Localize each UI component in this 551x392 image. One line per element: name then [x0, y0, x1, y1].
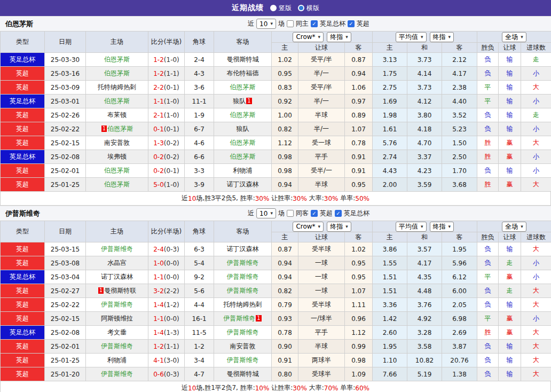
odds-home: 0.82: [272, 122, 298, 136]
result-handicap: 赢: [499, 326, 521, 340]
home-team: 1伯恩茅斯: [86, 122, 148, 136]
col-header-avg-draw: 和: [407, 232, 442, 242]
bookmaker-select[interactable]: Crow*▾: [293, 222, 324, 232]
final-index-select-1[interactable]: 终指▾: [327, 32, 351, 42]
red-card-badge: 1: [98, 287, 104, 294]
league-badge: 英超: [1, 108, 45, 122]
final-index-select-2[interactable]: 终指▾: [430, 32, 454, 42]
corner-score: 4-4: [185, 298, 214, 312]
table-row: 英超25-02-15南安普敦1-3(0-2)4-6伯恩茅斯1.12受一球0.78…: [1, 136, 551, 150]
match-date: 25-03-08: [45, 256, 86, 270]
final-index-select-2[interactable]: 终指▾: [430, 222, 454, 232]
layout-horizontal-radio[interactable]: 横版: [298, 4, 319, 13]
halftime-score: (0-3): [164, 246, 179, 253]
home-team: 伊普斯维奇: [86, 242, 148, 256]
avg-away: 2.69: [442, 326, 477, 340]
odds-away: 0.87: [345, 53, 373, 67]
league-checkbox-0[interactable]: ✓: [311, 20, 318, 27]
avg-draw: 5.19: [407, 367, 442, 381]
home-team: 伯恩茅斯: [86, 164, 148, 178]
team-label: 布伦特福德: [227, 69, 259, 77]
layout-vertical-radio[interactable]: 竖版: [270, 4, 292, 13]
corner-score: 6-6: [185, 150, 214, 164]
bookmaker-select[interactable]: Crow*▾: [293, 32, 324, 42]
halftime-score: (1-0): [164, 112, 179, 119]
radio-selected-icon[interactable]: [298, 5, 304, 11]
summary-segment: 30%: [255, 195, 270, 202]
home-team: 伊普斯维奇: [86, 340, 148, 354]
avg-away: 1.38: [442, 367, 477, 381]
result-goals: 大: [521, 284, 551, 298]
team-label: 伯恩茅斯: [104, 69, 130, 77]
summary-segment: 大率:: [307, 383, 324, 392]
avg-away: 6.00: [442, 284, 477, 298]
odds-home: 0.91: [272, 354, 298, 367]
away-team: 伊普斯维奇: [214, 326, 272, 340]
col-header-type: 类型: [1, 32, 45, 53]
halftime-score: (0-2): [164, 153, 179, 161]
odds-home: 0.95: [272, 67, 298, 81]
away-team: 利物浦: [214, 164, 272, 178]
result-goals: 大: [521, 136, 551, 150]
team-label: 曼彻斯特城: [227, 56, 259, 63]
league-checkbox-1[interactable]: ✓: [348, 20, 355, 27]
avg-away: 2.05: [442, 298, 477, 312]
summary-segment: 近: [182, 383, 188, 392]
final-index-select-1[interactable]: 终指▾: [327, 222, 351, 232]
result-winloss: 胜: [477, 136, 499, 150]
team-label: 伯恩茅斯: [104, 97, 130, 105]
table-row: 英超25-02-22伊普斯维奇1-4(1-2)4-4托特纳姆热刺0.79受半球1…: [1, 298, 551, 312]
same-venue-checkbox[interactable]: [287, 20, 294, 27]
away-team: 伊普斯维奇: [214, 270, 272, 284]
league-badge: 英足总杯: [1, 270, 45, 284]
fulltime-select[interactable]: 全场▾: [502, 222, 526, 232]
league-badge: 英超: [1, 340, 45, 354]
away-team: 曼彻斯特城: [214, 53, 272, 67]
radio-icon[interactable]: [270, 5, 277, 11]
odds-away: 1.06: [345, 81, 373, 95]
home-team: 布莱顿: [86, 108, 148, 122]
table-row: 英超25-02-221伯恩茅斯0-1(0-1)6-7狼队0.82半/一1.071…: [1, 122, 551, 136]
match-date: 25-02-22: [45, 122, 86, 136]
fulltime-select[interactable]: 全场▾: [502, 32, 526, 42]
average-select[interactable]: 平均值▾: [396, 222, 427, 232]
league-checkbox-0[interactable]: ✓: [311, 210, 318, 217]
col-header-odds-away: 客: [345, 232, 373, 242]
away-team: 伊普斯维奇: [214, 354, 272, 367]
avg-away: 1.70: [442, 164, 477, 178]
halftime-score: (1-0): [164, 181, 179, 189]
col-header-home: 主场: [86, 32, 148, 53]
chevron-down-icon: ▾: [521, 35, 523, 40]
home-team: 利物浦: [86, 354, 148, 367]
avg-away: 1.50: [442, 136, 477, 150]
avg-away: 6.12: [442, 270, 477, 284]
table-row: 英超25-02-271曼彻斯特联3-2(2-2)5-6伊普斯维奇0.82一球1.…: [1, 284, 551, 298]
table-row: 英足总杯25-02-08埃弗顿0-2(0-2)6-6伯恩茅斯0.98平手0.91…: [1, 150, 551, 164]
league-badge: 英足总杯: [1, 53, 45, 67]
odds-handicap: 受半球: [298, 242, 345, 256]
avg-home: 3.86: [373, 242, 407, 256]
result-winloss: 负: [477, 108, 499, 122]
recent-count-select[interactable]: 10 ▾: [256, 208, 276, 218]
away-team: 南安普敦: [214, 340, 272, 354]
result-winloss: 负: [477, 367, 499, 381]
recent-count-select[interactable]: 10 ▾: [256, 19, 276, 29]
league-checkbox-1[interactable]: ✓: [335, 210, 342, 217]
avg-home: 1.61: [373, 122, 407, 136]
fulltime-score: 0-2: [153, 167, 164, 175]
col-header-avg-home: 主: [373, 232, 407, 242]
league-checkbox-1-label: 英足总杯: [344, 209, 369, 218]
result-handicap: 赢: [499, 136, 521, 150]
avg-home: 1.55: [373, 256, 407, 270]
team-label: 狼队: [233, 97, 246, 105]
same-venue-checkbox[interactable]: [287, 210, 294, 217]
fulltime-score: 1-1: [153, 315, 164, 323]
avg-draw: 3.73: [407, 53, 442, 67]
result-goals: 大: [521, 242, 551, 256]
average-select[interactable]: 平均值▾: [396, 32, 427, 42]
league-badge: 英超: [1, 312, 45, 326]
same-venue-label: 同客: [296, 209, 309, 218]
avg-draw: 3.57: [407, 242, 442, 256]
match-date: 25-01-25: [45, 178, 86, 192]
fulltime-score: 1-2: [153, 343, 164, 350]
